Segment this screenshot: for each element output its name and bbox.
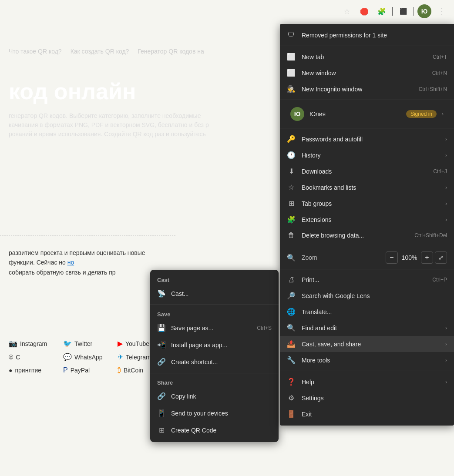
shield-icon: 🛡 <box>287 31 296 39</box>
social-links-grid: 📷 Instagram 🐦 Twitter ▶ YouTube © С 💬 Wh… <box>0 339 175 374</box>
search-lens-item[interactable]: 🔎 Search with Google Lens <box>280 288 454 304</box>
print-label: Print... <box>302 276 319 283</box>
extensions-arrow: › <box>445 217 447 223</box>
zoom-label-text: Zoom <box>302 254 317 261</box>
create-shortcut-item[interactable]: 🔗 Create shortcut... <box>150 353 279 370</box>
find-edit-item[interactable]: 🔍 Find and edit › <box>280 320 454 336</box>
share-header: Share <box>150 376 279 388</box>
bookmarks-arrow: › <box>445 184 447 191</box>
cast-toolbar-icon[interactable]: ⬛ <box>396 4 410 18</box>
nav-item-2[interactable]: Как создать QR код? <box>71 48 129 55</box>
more-tools-item[interactable]: 🔧 More tools › <box>280 352 454 368</box>
bookmarks-icon: ☆ <box>287 183 296 191</box>
new-incognito-label: New Incognito window <box>302 86 362 93</box>
menu-icon[interactable]: ⋮ <box>435 4 449 18</box>
submenu-divider-1 <box>150 305 279 305</box>
cast-header: Cast <box>150 273 279 285</box>
exit-item[interactable]: 🚪 Exit <box>280 406 454 422</box>
page-body-text-2: собирать обратную связь и делать пр <box>9 268 167 277</box>
profile-avatar: Ю <box>290 107 304 121</box>
downloads-icon: ⬇ <box>287 167 296 175</box>
social-item-instagram[interactable]: 📷 Instagram <box>9 339 58 348</box>
social-label-twitter: Twitter <box>74 340 92 347</box>
social-item-prinyatie[interactable]: ● принятие <box>9 366 58 374</box>
stop-recording-icon[interactable]: 🛑 <box>357 4 371 18</box>
help-icon: ❓ <box>287 378 296 386</box>
downloads-label: Downloads <box>302 168 332 175</box>
cast-save-share-item[interactable]: 📤 Cast, save, and share › <box>280 336 454 352</box>
settings-item[interactable]: ⚙ Settings <box>280 390 454 406</box>
browser-toolbar: ☆ 🛑 🧩 ⬛ Ю ⋮ <box>335 0 454 23</box>
submenu-divider-2 <box>150 373 279 373</box>
delete-browsing-label: Delete browsing data... <box>302 232 364 239</box>
social-item-twitter[interactable]: 🐦 Twitter <box>63 339 112 348</box>
passwords-label: Passwords and autofill <box>302 136 363 143</box>
bitcoin-icon: ₿ <box>118 366 121 374</box>
cast-save-share-arrow: › <box>445 341 447 347</box>
cast-item-label: Cast... <box>171 290 188 297</box>
create-qr-item[interactable]: ⊞ Create QR Code <box>150 422 279 439</box>
new-incognito-item[interactable]: 🕵 New Incognito window Ctrl+Shift+N <box>280 81 454 97</box>
settings-label: Settings <box>302 395 324 402</box>
translate-label: Translate... <box>302 308 332 315</box>
profile-arrow: › <box>442 111 444 117</box>
profile-section[interactable]: Ю Юлия Signed in › <box>283 103 451 125</box>
page-body-link[interactable]: но <box>67 259 74 266</box>
page-desc-1: генератор QR кодов. Выберите категорию, … <box>9 111 287 121</box>
create-shortcut-icon: 🔗 <box>157 358 166 366</box>
twitter-icon: 🐦 <box>63 339 72 348</box>
zoom-minus-btn[interactable]: − <box>386 251 398 264</box>
copy-link-icon: 🔗 <box>157 392 166 400</box>
profile-avatar-toolbar[interactable]: Ю <box>417 4 431 18</box>
page-body-text-1: развитием проекта и первыми оценивать но… <box>9 249 145 266</box>
translate-item[interactable]: 🌐 Translate... <box>280 304 454 320</box>
social-label-bitcoin: BitCoin <box>124 367 143 374</box>
new-tab-item[interactable]: ⬜ New tab Ctrl+T <box>280 49 454 65</box>
nav-item-3[interactable]: Генератор QR кодов на <box>138 48 204 55</box>
permissions-label: Removed permissions for 1 site <box>302 32 387 39</box>
puzzle-icon[interactable]: 🧩 <box>375 4 389 18</box>
signed-in-badge: Signed in <box>406 110 437 118</box>
menu-divider-3 <box>280 246 454 246</box>
cast-item-icon: 📡 <box>157 289 166 298</box>
new-window-item[interactable]: ⬜ New window Ctrl+N <box>280 65 454 81</box>
new-incognito-shortcut: Ctrl+Shift+N <box>419 86 447 92</box>
bookmark-icon[interactable]: ☆ <box>340 4 354 18</box>
install-page-item[interactable]: 📲 Install page as app... <box>150 336 279 353</box>
find-edit-icon: 🔍 <box>287 324 296 332</box>
extensions-label: Extensions <box>302 216 331 223</box>
create-qr-label: Create QR Code <box>171 427 216 434</box>
passwords-item[interactable]: 🔑 Passwords and autofill › <box>280 131 454 147</box>
cast-item[interactable]: 📡 Cast... <box>150 285 279 302</box>
tab-groups-item[interactable]: ⊞ Tab groups › <box>280 195 454 211</box>
new-window-label: New window <box>302 70 336 77</box>
passwords-icon: 🔑 <box>287 135 296 143</box>
social-item-c[interactable]: © С <box>9 353 58 361</box>
zoom-plus-btn[interactable]: + <box>421 251 433 264</box>
send-to-devices-item[interactable]: 📱 Send to your devices <box>150 405 279 422</box>
menu-divider-1 <box>280 100 454 100</box>
help-item[interactable]: ❓ Help › <box>280 374 454 390</box>
delete-browsing-item[interactable]: 🗑 Delete browsing data... Ctrl+Shift+Del <box>280 228 454 243</box>
bookmarks-item[interactable]: ☆ Bookmarks and lists › <box>280 179 454 195</box>
nav-item-1[interactable]: Что такое QR код? <box>9 48 62 55</box>
social-label-c: С <box>16 354 20 361</box>
page-nav: Что такое QR код? Как создать QR код? Ге… <box>0 48 175 55</box>
save-page-as-item[interactable]: 💾 Save page as... Ctrl+S <box>150 319 279 336</box>
social-item-whatsapp[interactable]: 💬 WhatsApp <box>63 353 112 361</box>
print-item[interactable]: 🖨 Print... Ctrl+P <box>280 272 454 288</box>
print-shortcut: Ctrl+P <box>432 277 447 283</box>
telegram-icon: ✈ <box>118 353 123 361</box>
cast-save-share-label: Cast, save, and share <box>302 341 361 348</box>
social-item-paypal[interactable]: P PayPal <box>63 366 112 374</box>
downloads-item[interactable]: ⬇ Downloads Ctrl+J <box>280 163 454 179</box>
extensions-item[interactable]: 🧩 Extensions › <box>280 211 454 228</box>
zoom-fullscreen-btn[interactable]: ⤢ <box>435 251 447 264</box>
profile-name: Юлия <box>309 111 401 117</box>
copy-link-item[interactable]: 🔗 Copy link <box>150 388 279 405</box>
help-label: Help <box>302 379 314 385</box>
page-divider <box>0 235 175 235</box>
menu-divider-5 <box>280 371 454 371</box>
history-item[interactable]: 🕐 History › <box>280 147 454 163</box>
new-tab-label: New tab <box>302 54 324 60</box>
